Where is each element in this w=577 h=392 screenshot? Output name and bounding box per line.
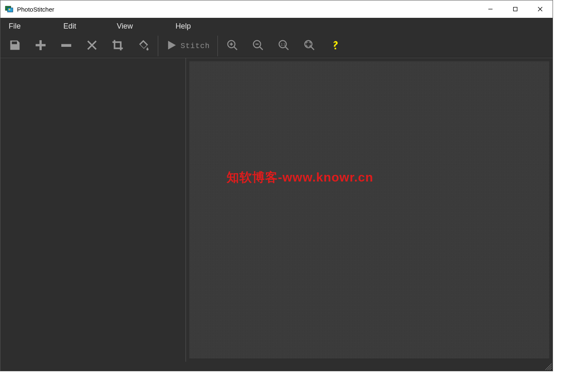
svg-rect-8 xyxy=(61,44,71,47)
zoom-out-icon xyxy=(252,39,264,53)
zoom-1-1-icon: 1:1 xyxy=(278,39,290,53)
crop-icon xyxy=(111,39,124,53)
resize-grip[interactable] xyxy=(545,363,552,370)
toolbar: Stitch 1:1 xyxy=(0,34,553,58)
svg-point-2 xyxy=(9,9,10,10)
title-bar: PhotoStitcher xyxy=(0,0,553,18)
paint-bucket-icon xyxy=(137,39,150,53)
stitch-button[interactable]: Stitch xyxy=(160,35,216,57)
app-icon xyxy=(5,5,14,14)
minimize-button[interactable] xyxy=(478,0,503,18)
plus-icon xyxy=(34,39,47,53)
workspace: 知软博客-www.knowr.cn xyxy=(0,58,553,362)
image-list-panel[interactable] xyxy=(0,58,186,362)
zoom-in-button[interactable] xyxy=(220,35,245,57)
menu-bar: File Edit View Help xyxy=(0,18,553,34)
svg-point-19 xyxy=(305,40,312,48)
close-icon xyxy=(86,39,98,53)
watermark-text: 知软博客-www.knowr.cn xyxy=(227,169,373,186)
help-button[interactable] xyxy=(322,35,348,57)
menu-edit[interactable]: Edit xyxy=(58,18,82,34)
menu-label: View xyxy=(117,22,133,31)
toolbar-separator xyxy=(158,36,158,56)
stitch-label: Stitch xyxy=(181,42,210,50)
crop-button[interactable] xyxy=(105,35,130,57)
add-images-button[interactable] xyxy=(28,35,53,57)
clear-button[interactable] xyxy=(79,35,105,57)
svg-line-17 xyxy=(285,46,289,50)
fill-button[interactable] xyxy=(130,35,156,57)
zoom-fit-button[interactable] xyxy=(297,35,322,57)
play-icon xyxy=(166,39,177,53)
menu-view[interactable]: View xyxy=(111,18,139,34)
zoom-actual-button[interactable]: 1:1 xyxy=(271,35,297,57)
svg-text:1:1: 1:1 xyxy=(280,42,285,46)
menu-label: Edit xyxy=(63,22,76,31)
maximize-button[interactable] xyxy=(503,0,528,18)
save-icon xyxy=(9,39,21,53)
window-title: PhotoStitcher xyxy=(17,6,54,13)
svg-line-20 xyxy=(311,46,314,50)
zoom-in-icon xyxy=(226,39,239,53)
svg-line-10 xyxy=(234,46,237,50)
remove-image-button[interactable] xyxy=(53,35,79,57)
menu-label: Help xyxy=(176,22,191,31)
svg-rect-7 xyxy=(15,41,17,44)
close-button[interactable] xyxy=(528,0,553,18)
zoom-out-button[interactable] xyxy=(245,35,271,57)
question-icon xyxy=(329,39,341,53)
menu-file[interactable]: File xyxy=(3,18,27,34)
status-bar xyxy=(0,362,553,371)
menu-help[interactable]: Help xyxy=(170,18,197,34)
save-button[interactable] xyxy=(2,35,28,57)
toolbar-separator xyxy=(217,36,218,56)
svg-line-14 xyxy=(260,46,263,50)
svg-rect-4 xyxy=(514,7,517,11)
app-window: PhotoStitcher File Edit View Help xyxy=(0,0,553,371)
minus-icon xyxy=(60,39,73,53)
menu-label: File xyxy=(9,22,21,31)
zoom-fit-icon xyxy=(303,39,316,53)
window-controls xyxy=(478,0,553,18)
canvas-area[interactable]: 知软博客-www.knowr.cn xyxy=(189,61,549,358)
